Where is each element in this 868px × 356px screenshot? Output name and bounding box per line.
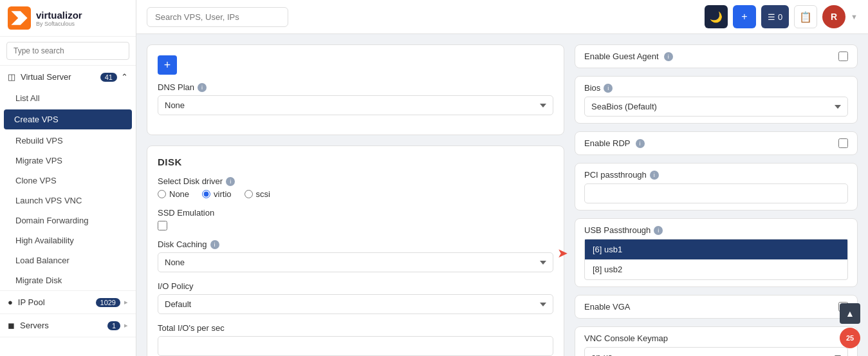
sidebar-item-migrate-vps[interactable]: Migrate VPS [0, 151, 136, 171]
add-button[interactable]: + [733, 5, 756, 28]
io-policy-select[interactable]: Default [158, 294, 553, 314]
sidebar-search-input[interactable] [6, 42, 129, 60]
sidebar-item-clone-vps[interactable]: Clone VPS [0, 171, 136, 191]
rdp-label: Enable RDP [584, 138, 631, 148]
disk-caching-info-icon: i [210, 240, 219, 249]
notes-button[interactable]: 📋 [794, 5, 817, 28]
guest-agent-label: Enable Guest Agent [584, 52, 659, 61]
sidebar-item-create-vps[interactable]: Create VPS [4, 109, 132, 129]
bios-select[interactable]: SeaBios (Default) [584, 97, 848, 117]
scroll-up-button[interactable]: ▲ [840, 303, 860, 324]
servers-badge: 1 [107, 321, 120, 330]
usb-passthrough-info-icon: i [654, 226, 663, 235]
pci-passthrough-info-icon: i [650, 171, 659, 180]
vnc-keymap-label: VNC Console Keymap [584, 333, 668, 343]
disk-scsi-option[interactable]: scsi [245, 189, 270, 199]
sidebar: virtualizor By Softaculous ◫ Virtual Ser… [0, 0, 136, 356]
io-policy-label: I/O Policy [158, 281, 194, 291]
ip-pool-label: IP Pool [18, 297, 45, 307]
dns-plus-button[interactable]: + [158, 55, 177, 75]
vga-row: Enable VGA [575, 295, 858, 319]
servers-icon: ◼ [8, 321, 15, 330]
left-panel: + DNS Plan i None DISK Select Disk drive [147, 44, 564, 346]
total-io-input[interactable] [158, 336, 553, 356]
dns-plan-label: DNS Plan [158, 82, 194, 92]
virtual-server-label: Virtual Server [21, 72, 71, 82]
server-icon: ◫ [8, 72, 15, 82]
virtualizor-logo-icon [8, 6, 31, 30]
total-io-label: Total I/O's per sec [158, 323, 225, 333]
disk-none-option[interactable]: None [158, 189, 189, 199]
usb-passthrough-field: USB Passthrough i ➤ [6] usb1 [8] usb2 [575, 218, 858, 287]
disk-driver-label: Select Disk driver [158, 176, 223, 186]
main-area: 🌙 + ☰ 0 📋 R ▼ + DNS Plan i [136, 0, 868, 356]
rdp-info-icon: i [636, 139, 645, 148]
disk-driver-info-icon: i [226, 177, 235, 186]
dns-card: + DNS Plan i None [147, 44, 564, 135]
pci-passthrough-label: PCI passthrough [584, 170, 647, 180]
topbar-search-area [147, 7, 288, 27]
sidebar-item-list-all[interactable]: List All [0, 88, 136, 108]
virtual-server-header[interactable]: ◫ Virtual Server 41 ⌃ [0, 66, 136, 88]
disk-driver-field: Select Disk driver i None virtio scsi [158, 176, 553, 199]
sidebar-item-migrate-disk[interactable]: Migrate Disk [0, 270, 136, 290]
servers-chevron-icon: ▸ [124, 321, 128, 330]
sidebar-item-load-balancer[interactable]: Load Balancer [0, 250, 136, 270]
guest-agent-checkbox[interactable] [838, 52, 848, 61]
ip-pool-chevron-icon: ▸ [124, 298, 128, 306]
pci-passthrough-field: PCI passthrough i [575, 163, 858, 211]
notification-badge[interactable]: 25 [840, 328, 860, 348]
disk-none-radio[interactable] [158, 190, 166, 198]
dns-plan-select[interactable]: None [158, 95, 553, 115]
disk-caching-field: Disk Caching i None [158, 239, 553, 272]
rdp-row: Enable RDP i [575, 131, 858, 155]
bios-field: Bios i SeaBios (Default) [575, 76, 858, 124]
sidebar-item-rebuild-vps[interactable]: Rebuild VPS [0, 131, 136, 151]
disk-scsi-radio[interactable] [245, 190, 253, 198]
servers-label: Servers [20, 321, 49, 330]
topbar: 🌙 + ☰ 0 📋 R ▼ [136, 0, 868, 34]
tasks-button[interactable]: ☰ 0 [761, 5, 789, 28]
usb-option-2[interactable]: [8] usb2 [585, 259, 847, 279]
topbar-chevron-icon: ▼ [851, 13, 858, 21]
vga-label: Enable VGA [584, 302, 631, 312]
io-policy-field: I/O Policy Default [158, 281, 553, 314]
usb-option-1[interactable]: [6] usb1 [585, 239, 847, 259]
ssd-emulation-label: SSD Emulation [158, 208, 214, 218]
sidebar-item-launch-vps-vnc[interactable]: Launch VPS VNC [0, 191, 136, 211]
rdp-checkbox[interactable] [838, 138, 848, 148]
usb-arrow-indicator: ➤ [557, 245, 568, 261]
sidebar-search-area [0, 37, 136, 66]
sidebar-item-high-availability[interactable]: High Availability [0, 230, 136, 250]
usb-dropdown-list: [6] usb1 [8] usb2 [584, 239, 848, 280]
ip-pool-icon: ● [8, 297, 13, 307]
tasks-count: 0 [778, 12, 782, 22]
servers-row[interactable]: ◼ Servers 1 ▸ [0, 314, 136, 337]
disk-caching-select[interactable]: None [158, 252, 553, 272]
guest-agent-row: Enable Guest Agent i [575, 44, 858, 68]
tasks-icon: ☰ [768, 12, 775, 22]
dark-mode-button[interactable]: 🌙 [705, 5, 728, 28]
avatar[interactable]: R [822, 5, 845, 28]
sidebar-nav: ◫ Virtual Server 41 ⌃ List AllCreate VPS… [0, 66, 136, 356]
usb-passthrough-label: USB Passthrough [584, 225, 651, 235]
dns-plan-info-icon: i [198, 83, 207, 92]
disk-caching-label: Disk Caching [158, 239, 207, 249]
logo-main-text: virtualizor [36, 10, 82, 21]
nav-items-list: List AllCreate VPSRebuild VPSMigrate VPS… [0, 88, 136, 290]
topbar-search-input[interactable] [147, 7, 288, 27]
ssd-emulation-field: SSD Emulation [158, 208, 553, 230]
sidebar-item-domain-forwarding[interactable]: Domain Forwarding [0, 211, 136, 230]
pci-passthrough-input[interactable] [584, 183, 848, 203]
disk-virtio-radio[interactable] [202, 190, 210, 198]
ssd-emulation-checkbox[interactable] [158, 221, 167, 230]
disk-virtio-option[interactable]: virtio [202, 189, 231, 199]
ip-pool-row[interactable]: ● IP Pool 1029 ▸ [0, 291, 136, 314]
virtual-server-section: ◫ Virtual Server 41 ⌃ List AllCreate VPS… [0, 66, 136, 291]
disk-card: DISK Select Disk driver i None virtio [147, 145, 564, 356]
virtual-server-badge: 41 [100, 73, 117, 82]
logo-area: virtualizor By Softaculous [0, 0, 136, 37]
vnc-keymap-select[interactable]: en-us [584, 347, 848, 356]
right-panel: Enable Guest Agent i Bios i SeaBios (Def… [575, 44, 858, 346]
ip-pool-badge: 1029 [96, 298, 120, 307]
